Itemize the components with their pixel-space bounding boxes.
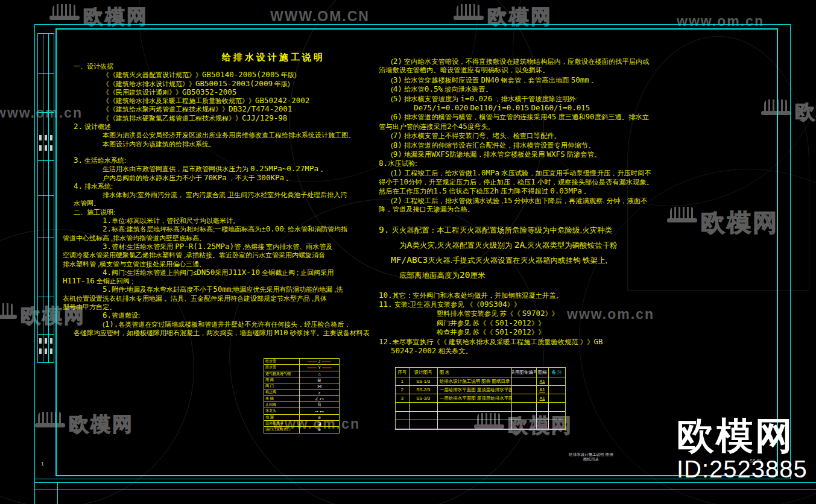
note-line: (3) 给水管穿越楼板时应设置 DN40 钢套管，套管高出地面 50mm 。 xyxy=(379,75,686,84)
drawing-list-row: 1SS-1/3给排水设计施工说明 图例 图纸目录A1 xyxy=(396,377,565,386)
legend-label: 水龙头 xyxy=(264,408,300,414)
note-gap xyxy=(379,215,686,222)
note-line: 衣机位置设置洗衣机排水专用地漏 。洁具、五金配件采用符合建设部规定节水型产品 ,… xyxy=(63,294,376,303)
legend-row: 通气帽及透气帽⌂ xyxy=(264,371,339,377)
drawing-list-cell: 2 xyxy=(396,386,410,394)
drawing-list-cell: 图幅 xyxy=(537,368,549,377)
drawing-list-row: 3SS-3/3一层给排水平面图 屋顶层给排水平面图 给排水系统图A1 xyxy=(396,394,565,403)
drawing-list-cell: 3 xyxy=(396,394,410,403)
drawing-list-cell: A1 xyxy=(537,377,549,386)
note-line: 管道中心线标高 ,排水管均指管道内壁壁底标高。 xyxy=(63,234,376,242)
drawing-list-cell: A1 xyxy=(537,394,549,403)
title-block-caption: 给排水设计施工说明 图例 图纸目录 xyxy=(543,452,639,462)
drawing-list-empty-row xyxy=(396,403,565,412)
drawing-list-cell xyxy=(438,420,512,429)
note-line: 底部离地面高度为20厘米 xyxy=(379,268,686,283)
drawing-list-cell xyxy=(512,394,537,403)
drawing-list-cell: SS-1/3 xyxy=(410,377,438,386)
note-line: 本图为泗洪县公安局经济开发区派出所业务用房维修改造工程给排水系统设计施工图。 xyxy=(63,131,376,139)
legend-row: 角 阀∠ ⊷ xyxy=(264,396,339,402)
note-line: 塑料排水管安装参见 苏《《 S9702》》 xyxy=(379,309,686,318)
page-number: 1 xyxy=(41,461,44,467)
note-line: 然后在工作压力的1.5 倍状态下稳压2h 压力降不得超过 0.03MPa 。 xyxy=(379,186,686,195)
legend-symbol: ⊠ xyxy=(300,377,339,383)
drawing-list-empty-row xyxy=(396,420,565,429)
legend-label: 清扫口及检查口 xyxy=(264,427,300,432)
legend-label: 雨水管 xyxy=(264,365,300,370)
legend-row: 止回阀Ñ xyxy=(264,402,339,408)
note-gap xyxy=(379,283,686,291)
legend-symbol: J xyxy=(300,359,339,364)
legend-row: 给水管J xyxy=(264,359,339,365)
note-line: (1).各类管道在穿过隔墙或楼板和管道井井壁处不允许有任何接头，经压检合格后， xyxy=(63,320,376,329)
drawing-list-cell xyxy=(396,403,410,412)
site-logo-block: 欧模网 ID:2523885 xyxy=(677,417,808,481)
note-line: (5) 排水横支管坡度为 i=0.026 ，排水横干管坡度除注明外: xyxy=(379,94,686,103)
note-line: 各缝隙均应密封，如楼板缝隙用细石混凝土，两次捣实，墙面缝隙用 M10 砂浆抹平。… xyxy=(63,329,376,337)
drawing-list-cell: 1 xyxy=(396,377,410,386)
note-line: 4.阀门:生活给水管道上的阀门≤DN50采用J11X-10 全铜截止阀 ; 止回… xyxy=(63,268,376,277)
note-line: 户内总阀前的给水静水压力不小于 70KPa ，不大于 300KPa 。 xyxy=(63,174,376,182)
drawing-list-cell: 设计图号 xyxy=(410,368,438,377)
drawing-list-cell xyxy=(549,403,566,412)
legend-label: 阀 门 xyxy=(264,383,300,389)
legend-symbol: ⊘ xyxy=(300,415,339,420)
drawing-list-cell xyxy=(512,377,537,386)
legend-symbol: ⇀ ⊷ xyxy=(300,408,339,414)
drawing-list-cell xyxy=(512,386,537,394)
note-line: 3.管材:生活给水管采用 PP-R(1.25MPa)管 ,热熔接 室内排水管、雨… xyxy=(63,242,376,251)
note-gap xyxy=(63,148,376,156)
drawing-list-cell xyxy=(537,403,549,412)
sofa-icon xyxy=(49,4,80,20)
drawing-list-cell xyxy=(549,394,566,403)
sofa-icon xyxy=(454,4,484,20)
caption-line2: 图纸目录 xyxy=(543,457,639,462)
legend-row: 截止阀z xyxy=(264,389,339,395)
drawing-list-cell xyxy=(410,412,438,421)
note-line: 检查井参见 苏《《 S01-2012》》 xyxy=(379,327,686,336)
legend-symbol: z xyxy=(300,389,339,395)
bottom-rule-1 xyxy=(34,482,816,483)
notes-left-column: 一、设计依据《《建筑灭火器配置设计规范》》GB50140-2005(2005 年… xyxy=(63,62,376,337)
drawing-list-cell xyxy=(410,403,438,412)
legend-label: 止回阀 xyxy=(264,402,300,408)
drawing-list-cell xyxy=(438,403,512,412)
note-line: (6) 排水管道的横管与横管，横管与立管的连接采用45 度三通和90度斜三通。排… xyxy=(379,112,686,121)
note-line: 10.其它：室外阀门和水表处均做井，并加钢筋混凝土井盖。 xyxy=(379,291,686,300)
watermark-url: WWW.OM.CN xyxy=(270,8,370,25)
note-line: 《《建筑灭火器配置设计规范》》GB50140-2005(2005 年版) xyxy=(63,71,376,79)
legend-label: 角 阀 xyxy=(264,396,300,402)
drawing-list-cell: 图 名 xyxy=(438,368,512,377)
note-line: 排水塑料管 ,横支管与立管连接处采用偏心三通。 xyxy=(63,260,376,268)
drawing-list-cell: SS-2/3 xyxy=(410,386,438,394)
legend-row: 阀 门⋈ xyxy=(264,383,339,389)
note-line: (4) 给水管0.5% 坡向泄水装置。 xyxy=(379,84,686,93)
drawing-list-cell: 序号 xyxy=(396,368,410,377)
legend-label: 闸 阀 xyxy=(264,377,300,383)
note-line: (2) 室内给水支管暗设，不得直接敷设在建筑物结构层内，应敷设在楼面的找平层内或 xyxy=(379,57,686,66)
drawing-list-table: 序号设计图号图 名采用图集编号图幅备 注1SS-1/3给排水设计施工说明 图例 … xyxy=(395,367,566,430)
drawing-list-cell xyxy=(410,420,438,429)
note-line: 6.管道敷设: xyxy=(63,311,376,320)
legend-label: 室外雨水斗 xyxy=(264,421,300,426)
drawing-list-empty-row xyxy=(396,412,565,421)
legend-symbol: Ñ xyxy=(300,402,339,408)
note-line: 沿墙敷设在管槽内。暗设管道应有明确标识，以免损坏。 xyxy=(379,66,686,75)
material-legend-table: 给水管J雨水管Y通气帽及透气帽⌂闸 阀⊠阀 门⋈截止阀z角 阀∠ ⊷止回阀Ñ水龙… xyxy=(264,358,340,433)
legend-row: 清扫口及检查口⊕ xyxy=(264,427,339,432)
drawing-list-cell xyxy=(396,420,410,429)
note-line: De75/i=0.020 De110/i=0.015 De160/i=0.015 xyxy=(379,103,686,112)
note-line: 3. 生活给水系统: xyxy=(63,156,376,165)
note-line: 得小于10分钟，升至规定压力后，停止加压，稳压1 小时，观察接头部位是否有漏水现… xyxy=(379,177,686,186)
drawing-list-cell xyxy=(537,412,549,421)
cad-screenshot: { "title": "给排水设计施工说明", "left_column": [… xyxy=(0,0,816,504)
note-line: 空调冷凝水管采用硬聚氯乙烯排水塑料管 ,承插粘接。靠近卧室的污水立管采用内螺旋消… xyxy=(63,251,376,259)
watermark-brand-text: 欧模网 xyxy=(795,99,816,126)
note-line: H11T-16 全铜止回阀 ; xyxy=(63,277,376,285)
note-line: 一、设计依据 xyxy=(63,62,376,71)
legend-symbol: ∠ ⊷ xyxy=(300,396,339,402)
note-line: 管与出户管的连接采用2个45度弯头。 xyxy=(379,122,686,131)
drawing-list-cell: A1 xyxy=(537,386,549,394)
site-logo-text: 欧模网 xyxy=(677,417,808,455)
caption-line1: 给排水设计施工说明 图例 xyxy=(543,452,639,457)
